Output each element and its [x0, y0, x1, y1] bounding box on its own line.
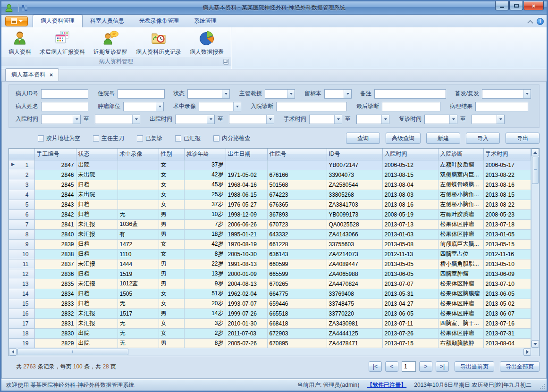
checkbox-reported[interactable]: 已汇报	[175, 134, 201, 142]
col-admission-no[interactable]: 住院号	[267, 149, 327, 160]
col-birth[interactable]: 出生日期	[226, 149, 267, 160]
page-number-input[interactable]	[402, 361, 416, 372]
table-row[interactable]: 10 2838 归档 1110 女 8岁 2005-10-30 636143 Z…	[9, 249, 531, 259]
export-button[interactable]: 导出	[506, 133, 540, 144]
tumor-site-select[interactable]	[123, 102, 164, 111]
dialog-launcher-icon[interactable]	[223, 59, 229, 65]
table-row[interactable]: 9 2839 归档 1472 女 42岁 1970-08-19 661228 3…	[9, 239, 531, 249]
checkbox-chief-surgeon[interactable]: 主任主刀	[93, 134, 124, 142]
info-icon[interactable]: i	[537, 18, 544, 25]
chevron-down-icon[interactable]	[132, 115, 140, 124]
col-status[interactable]: 状态	[76, 149, 118, 160]
revisit-time-from-select[interactable]	[424, 115, 457, 124]
scroll-down-icon[interactable]	[531, 340, 539, 348]
minimize-button[interactable]	[495, 1, 509, 10]
professor-select[interactable]	[265, 89, 295, 99]
row-number-cell[interactable]: ▶1	[9, 160, 34, 170]
col-surgery-date[interactable]: 手术时间	[483, 149, 531, 160]
next-page-button[interactable]: >	[419, 361, 432, 372]
pathology-input[interactable]	[475, 102, 528, 111]
maximize-button[interactable]	[509, 1, 523, 10]
admission-time-to-select[interactable]	[95, 115, 140, 124]
table-row[interactable]: 7 2841 未汇报 1036蓝 男 7岁 2006-06-26 670723 …	[9, 219, 531, 229]
table-row[interactable]: 4 2844 未出院 女 25岁 1988-06-15 674223 33805…	[9, 190, 531, 200]
scroll-up-icon[interactable]	[531, 149, 539, 156]
chevron-down-icon[interactable]	[73, 115, 80, 124]
table-row[interactable]: 2 2846 未出院 女 42岁 1971-05-02 676166 33904…	[9, 170, 531, 180]
row-number-cell[interactable]: 6	[9, 209, 34, 219]
row-number-cell[interactable]: 4	[9, 190, 34, 200]
advanced-query-button[interactable]: 高级查询	[386, 133, 421, 144]
horizontal-scrollbar[interactable]	[9, 348, 531, 356]
row-number-cell[interactable]: 14	[9, 289, 34, 299]
table-row[interactable]: 6 2842 归档 无 男 10岁 1998-12-09 367893 YB00…	[9, 209, 531, 219]
export-all-pages-button[interactable]: 导出全部页	[500, 361, 540, 372]
chevron-down-icon[interactable]	[381, 115, 389, 124]
checkbox-endocrine-exam[interactable]: 内分泌检查	[213, 134, 250, 142]
application-menu-button[interactable]	[5, 16, 28, 26]
chevron-down-icon[interactable]	[497, 115, 504, 124]
ribbon-tab-system[interactable]: 系统管理	[186, 15, 224, 27]
postop-report-button[interactable]: 术后病人汇报资料	[35, 29, 89, 57]
chevron-down-icon[interactable]	[233, 102, 241, 111]
close-button[interactable]: ×	[523, 1, 544, 10]
checkbox-film-address-empty[interactable]: 胶片地址为空	[38, 134, 80, 142]
col-admission-diag[interactable]: 入院诊断	[438, 149, 483, 160]
resize-grip-icon[interactable]	[540, 384, 545, 389]
chevron-down-icon[interactable]	[449, 115, 457, 124]
specimen-select[interactable]	[324, 89, 352, 99]
chevron-down-icon[interactable]	[156, 102, 163, 111]
row-number-cell[interactable]: 5	[9, 200, 34, 209]
tab-patient-basic-info[interactable]: 病人基本资料 ×	[5, 68, 59, 81]
remark-input[interactable]	[374, 89, 446, 99]
col-sex[interactable]: 性别	[159, 149, 184, 160]
col-video[interactable]: 术中录像	[118, 149, 159, 160]
row-number-cell[interactable]: 10	[9, 249, 34, 259]
patient-id-input[interactable]	[41, 89, 88, 99]
row-number-cell[interactable]: 3	[9, 180, 34, 190]
table-row[interactable]: 8 2840 未汇报 有 男 18岁 1995-01-21 643332 ZA4…	[9, 229, 531, 239]
row-number-cell[interactable]: 13	[9, 279, 34, 289]
table-row[interactable]: 11 2837 未汇报 1444 男 22岁 1991-08-13 660599…	[9, 259, 531, 269]
col-id[interactable]: ID号	[327, 149, 382, 160]
chevron-down-icon[interactable]	[222, 90, 229, 98]
export-current-page-button[interactable]: 导出当前页	[455, 361, 494, 372]
table-row[interactable]: 16 2832 未汇报 1517 男 14岁 1999-07-26 665518…	[9, 309, 531, 318]
last-page-button[interactable]: >|	[436, 361, 449, 372]
row-number-cell[interactable]: 12	[9, 269, 34, 279]
row-number-cell[interactable]: 8	[9, 229, 34, 239]
row-number-cell[interactable]: 18	[9, 328, 34, 338]
scroll-right-icon[interactable]	[523, 348, 531, 356]
table-row[interactable]: 3 2845 归档 女 45岁 1968-04-16 501568 ZA2580…	[9, 180, 531, 190]
table-row[interactable]: 15 2833 归档 无 女 20岁 1993-07-07 659446 337…	[9, 299, 531, 309]
status-select[interactable]	[187, 89, 230, 99]
history-record-button[interactable]: 病人资料历史记录	[132, 29, 185, 57]
patient-name-input[interactable]	[41, 102, 88, 111]
row-number-cell[interactable]: 7	[9, 219, 34, 229]
table-row[interactable]: 5 2843 归档 女 37岁 1976-05-27 676365 ZA3841…	[9, 200, 531, 209]
admission-diag-input[interactable]	[276, 102, 347, 111]
discharge-time-to-select[interactable]	[229, 115, 274, 124]
table-row[interactable]: 19 2829 出院 无 男 8岁 2005-07-26 670895 ZA44…	[9, 338, 531, 348]
row-number-cell[interactable]: 16	[9, 309, 34, 318]
col-row-selector[interactable]	[9, 149, 34, 160]
table-row[interactable]: ▶1 2847 出院 女 37岁 YB0072147 2006-05-12 左额…	[9, 160, 531, 170]
ribbon-tab-patient-management[interactable]: 病人资料管理	[33, 15, 83, 27]
first-recur-select[interactable]	[482, 89, 531, 99]
admission-no-input[interactable]	[118, 89, 165, 99]
row-number-cell[interactable]: 17	[9, 318, 34, 328]
table-row[interactable]: 12 2836 归档 1519 男 13岁 2000-01-09 665599 …	[9, 269, 531, 279]
prev-page-button[interactable]: <	[385, 361, 398, 372]
quick-access-layout-icon[interactable]	[21, 4, 28, 12]
import-button[interactable]: 导入	[466, 133, 500, 144]
query-button[interactable]: 查询	[346, 133, 380, 144]
admission-time-from-select[interactable]	[41, 115, 81, 124]
table-row[interactable]: 18 2830 出院 无 女 2岁 2011-07-03 672903 ZA44…	[9, 328, 531, 338]
col-admission-date[interactable]: 入院时间	[382, 149, 438, 160]
video-select[interactable]	[199, 102, 241, 111]
checkbox-revisited[interactable]: 已复诊	[137, 134, 162, 142]
row-number-cell[interactable]: 2	[9, 170, 34, 180]
col-manual-no[interactable]: 手工编号	[34, 149, 76, 160]
vertical-scroll-thumb[interactable]	[532, 157, 539, 184]
ribbon-tab-disc-management[interactable]: 光盘录像带管理	[132, 15, 186, 27]
